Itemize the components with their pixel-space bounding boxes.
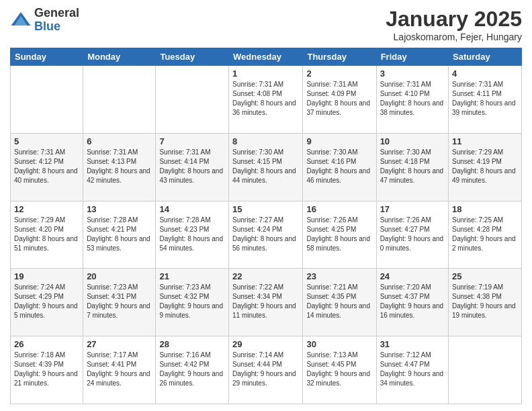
col-header-friday: Friday [376,48,448,66]
day-cell: 9Sunrise: 7:30 AM Sunset: 4:16 PM Daylig… [303,133,376,201]
logo-text: General Blue [34,7,79,34]
day-cell: 26Sunrise: 7:18 AM Sunset: 4:39 PM Dayli… [11,336,83,404]
day-info: Sunrise: 7:23 AM Sunset: 4:32 PM Dayligh… [159,283,225,320]
day-info: Sunrise: 7:26 AM Sunset: 4:25 PM Dayligh… [306,216,372,253]
col-header-thursday: Thursday [303,48,376,66]
day-info: Sunrise: 7:27 AM Sunset: 4:24 PM Dayligh… [232,216,299,253]
logo-blue: Blue [34,20,79,34]
day-number: 31 [380,339,445,349]
title-block: January 2025 Lajoskomarom, Fejer, Hungar… [386,7,522,42]
day-info: Sunrise: 7:26 AM Sunset: 4:27 PM Dayligh… [380,216,445,253]
day-cell: 6Sunrise: 7:31 AM Sunset: 4:13 PM Daylig… [83,133,156,201]
day-cell: 31Sunrise: 7:12 AM Sunset: 4:47 PM Dayli… [376,336,448,404]
day-number: 16 [306,204,372,214]
day-number: 19 [14,271,79,281]
day-cell: 23Sunrise: 7:21 AM Sunset: 4:35 PM Dayli… [303,269,376,336]
day-info: Sunrise: 7:14 AM Sunset: 4:44 PM Dayligh… [232,351,299,388]
week-row-0: 1Sunrise: 7:31 AM Sunset: 4:08 PM Daylig… [11,66,522,134]
day-number: 25 [452,271,518,281]
day-cell: 20Sunrise: 7:23 AM Sunset: 4:31 PM Dayli… [83,269,156,336]
location: Lajoskomarom, Fejer, Hungary [386,32,522,42]
col-header-sunday: Sunday [11,48,83,66]
day-info: Sunrise: 7:31 AM Sunset: 4:09 PM Dayligh… [306,80,372,118]
day-info: Sunrise: 7:28 AM Sunset: 4:23 PM Dayligh… [159,216,225,253]
day-cell: 27Sunrise: 7:17 AM Sunset: 4:41 PM Dayli… [83,336,156,404]
day-cell: 2Sunrise: 7:31 AM Sunset: 4:09 PM Daylig… [303,66,376,134]
month-title: January 2025 [386,7,522,32]
day-cell: 28Sunrise: 7:16 AM Sunset: 4:42 PM Dayli… [156,336,229,404]
day-number: 10 [380,136,445,146]
day-info: Sunrise: 7:29 AM Sunset: 4:19 PM Dayligh… [452,148,518,185]
day-number: 13 [87,204,152,214]
week-row-3: 19Sunrise: 7:24 AM Sunset: 4:29 PM Dayli… [11,269,522,336]
day-number: 11 [452,136,518,146]
day-info: Sunrise: 7:31 AM Sunset: 4:14 PM Dayligh… [159,148,225,185]
day-cell [11,66,83,134]
day-cell: 5Sunrise: 7:31 AM Sunset: 4:12 PM Daylig… [11,133,83,201]
day-number: 22 [232,271,299,281]
day-cell: 10Sunrise: 7:30 AM Sunset: 4:18 PM Dayli… [376,133,448,201]
day-info: Sunrise: 7:24 AM Sunset: 4:29 PM Dayligh… [14,283,79,320]
day-cell: 21Sunrise: 7:23 AM Sunset: 4:32 PM Dayli… [156,269,229,336]
day-info: Sunrise: 7:13 AM Sunset: 4:45 PM Dayligh… [306,351,372,388]
day-cell: 13Sunrise: 7:28 AM Sunset: 4:21 PM Dayli… [83,201,156,269]
week-row-1: 5Sunrise: 7:31 AM Sunset: 4:12 PM Daylig… [11,133,522,201]
day-cell [449,336,522,404]
day-cell: 1Sunrise: 7:31 AM Sunset: 4:08 PM Daylig… [229,66,303,134]
day-cell: 17Sunrise: 7:26 AM Sunset: 4:27 PM Dayli… [376,201,448,269]
day-cell: 19Sunrise: 7:24 AM Sunset: 4:29 PM Dayli… [11,269,83,336]
day-cell: 12Sunrise: 7:29 AM Sunset: 4:20 PM Dayli… [11,201,83,269]
day-number: 24 [380,271,445,281]
day-cell [156,66,229,134]
day-info: Sunrise: 7:31 AM Sunset: 4:13 PM Dayligh… [87,148,152,185]
day-number: 17 [380,204,445,214]
calendar-table: SundayMondayTuesdayWednesdayThursdayFrid… [10,48,522,404]
logo-general: General [34,7,79,20]
logo: General Blue [10,7,79,34]
day-info: Sunrise: 7:29 AM Sunset: 4:20 PM Dayligh… [14,216,79,253]
day-number: 23 [306,271,372,281]
day-info: Sunrise: 7:17 AM Sunset: 4:41 PM Dayligh… [87,351,152,388]
day-number: 5 [14,136,79,146]
day-number: 6 [87,136,152,146]
day-cell: 14Sunrise: 7:28 AM Sunset: 4:23 PM Dayli… [156,201,229,269]
day-cell: 4Sunrise: 7:31 AM Sunset: 4:11 PM Daylig… [449,66,522,134]
day-info: Sunrise: 7:18 AM Sunset: 4:39 PM Dayligh… [14,351,79,388]
week-row-2: 12Sunrise: 7:29 AM Sunset: 4:20 PM Dayli… [11,201,522,269]
day-cell [83,66,156,134]
day-number: 1 [232,68,299,79]
day-number: 18 [452,204,518,214]
day-cell: 16Sunrise: 7:26 AM Sunset: 4:25 PM Dayli… [303,201,376,269]
header-row: SundayMondayTuesdayWednesdayThursdayFrid… [11,48,522,66]
day-number: 3 [380,68,445,79]
day-info: Sunrise: 7:22 AM Sunset: 4:34 PM Dayligh… [232,283,299,320]
day-info: Sunrise: 7:31 AM Sunset: 4:10 PM Dayligh… [380,80,445,118]
day-info: Sunrise: 7:31 AM Sunset: 4:08 PM Dayligh… [232,80,299,118]
col-header-monday: Monday [83,48,156,66]
day-cell: 24Sunrise: 7:20 AM Sunset: 4:37 PM Dayli… [376,269,448,336]
logo-icon [10,9,32,31]
day-cell: 3Sunrise: 7:31 AM Sunset: 4:10 PM Daylig… [376,66,448,134]
day-info: Sunrise: 7:21 AM Sunset: 4:35 PM Dayligh… [306,283,372,320]
day-number: 28 [159,339,225,349]
day-cell: 15Sunrise: 7:27 AM Sunset: 4:24 PM Dayli… [229,201,303,269]
day-cell: 11Sunrise: 7:29 AM Sunset: 4:19 PM Dayli… [449,133,522,201]
day-info: Sunrise: 7:12 AM Sunset: 4:47 PM Dayligh… [380,351,445,388]
day-info: Sunrise: 7:16 AM Sunset: 4:42 PM Dayligh… [159,351,225,388]
day-number: 4 [452,68,518,79]
day-number: 8 [232,136,299,146]
day-info: Sunrise: 7:30 AM Sunset: 4:18 PM Dayligh… [380,148,445,185]
col-header-tuesday: Tuesday [156,48,229,66]
day-number: 12 [14,204,79,214]
day-info: Sunrise: 7:19 AM Sunset: 4:38 PM Dayligh… [452,283,518,320]
day-cell: 8Sunrise: 7:30 AM Sunset: 4:15 PM Daylig… [229,133,303,201]
col-header-wednesday: Wednesday [229,48,303,66]
day-info: Sunrise: 7:25 AM Sunset: 4:28 PM Dayligh… [452,216,518,253]
day-info: Sunrise: 7:28 AM Sunset: 4:21 PM Dayligh… [87,216,152,253]
day-number: 7 [159,136,225,146]
day-info: Sunrise: 7:31 AM Sunset: 4:11 PM Dayligh… [452,80,518,118]
day-cell: 18Sunrise: 7:25 AM Sunset: 4:28 PM Dayli… [449,201,522,269]
day-cell: 22Sunrise: 7:22 AM Sunset: 4:34 PM Dayli… [229,269,303,336]
day-number: 9 [306,136,372,146]
day-number: 27 [87,339,152,349]
